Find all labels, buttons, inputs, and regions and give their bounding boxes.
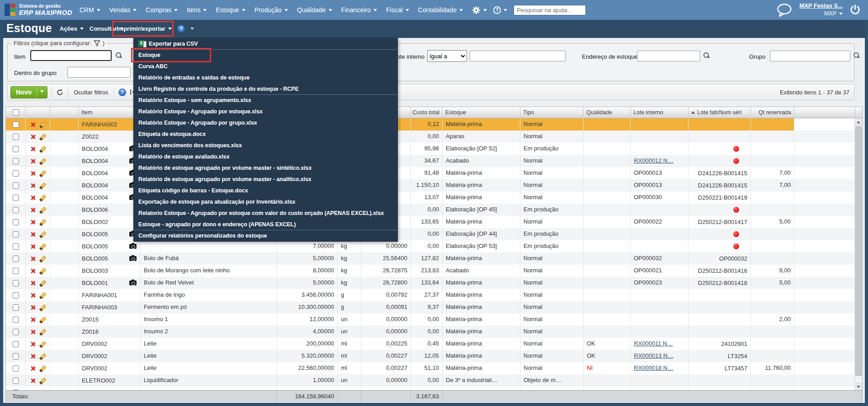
row-checkbox[interactable]	[13, 292, 19, 299]
scroll-up-icon[interactable]	[855, 118, 862, 126]
scroll-down-icon[interactable]	[855, 383, 862, 390]
edit-icon[interactable]	[39, 268, 45, 274]
dentro-grupo-filter-input[interactable]	[67, 67, 131, 78]
delete-icon[interactable]	[31, 147, 35, 151]
menu-item[interactable]: Relatório Estoque - Agrupado por grupo.x…	[134, 117, 397, 128]
lote-interno-filter-input[interactable]	[470, 51, 566, 61]
menu-item[interactable]: Configurar relatórios personalizados do …	[134, 230, 397, 241]
nav-menu-compras[interactable]: Compras	[146, 6, 178, 14]
edit-icon[interactable]	[39, 182, 45, 189]
edit-icon[interactable]	[39, 158, 45, 164]
help-search-input[interactable]	[514, 5, 586, 15]
edit-icon[interactable]	[39, 304, 45, 311]
nav-menu-estoque[interactable]: Estoque	[216, 6, 245, 14]
table-row[interactable]: Z0016Insumo 24,00000un0,000000,00Matéria…	[6, 326, 855, 338]
menu-item[interactable]: Curva ABC	[134, 61, 397, 72]
menu-item[interactable]: Exportar para CSV	[134, 38, 397, 49]
edit-icon[interactable]	[39, 256, 45, 262]
grupo-filter-input[interactable]	[770, 51, 850, 61]
delete-icon[interactable]	[31, 159, 35, 163]
column-header-item[interactable]: Item	[79, 107, 141, 118]
delete-icon[interactable]	[31, 232, 35, 236]
column-header-qual[interactable]: Qualidade	[584, 107, 631, 118]
edit-icon[interactable]	[39, 134, 45, 140]
column-header-tipo[interactable]: Tipo	[520, 107, 584, 118]
row-checkbox[interactable]	[13, 365, 19, 372]
endereco-filter-input[interactable]	[637, 51, 700, 61]
nav-menu-crm[interactable]: CRM	[80, 6, 100, 14]
delete-icon[interactable]	[31, 378, 35, 383]
chat-bubble-icon[interactable]	[776, 3, 793, 17]
menu-item[interactable]: Relatório de entradas e saídas de estoqu…	[134, 72, 397, 83]
edit-icon[interactable]	[39, 207, 45, 213]
table-row[interactable]: BOLO003Bolo de Morango com leite ninho8,…	[6, 265, 855, 277]
row-checkbox[interactable]	[13, 158, 19, 164]
lote-interno-value[interactable]: RX000012 N…	[634, 157, 673, 164]
column-header-ct[interactable]: Custo total	[411, 107, 443, 118]
search-icon[interactable]	[703, 52, 710, 59]
delete-icon[interactable]	[31, 330, 35, 334]
table-row[interactable]: Z0015Insumo 112,00000un0,000000,00Matéri…	[6, 313, 855, 326]
novo-button[interactable]: Novo	[10, 86, 47, 98]
delete-icon[interactable]	[31, 281, 35, 285]
menu-acoes[interactable]: Ações	[60, 25, 84, 32]
edit-icon[interactable]	[39, 146, 45, 152]
row-checkbox[interactable]	[13, 243, 19, 250]
edit-icon[interactable]	[39, 195, 45, 201]
row-checkbox[interactable]	[13, 146, 19, 152]
delete-icon[interactable]	[31, 269, 35, 273]
edit-icon[interactable]	[39, 353, 45, 359]
ocultar-filtros-button[interactable]: Ocultar filtros	[72, 89, 110, 96]
delete-icon[interactable]	[31, 317, 35, 322]
edit-icon[interactable]	[39, 280, 45, 286]
delete-icon[interactable]	[31, 208, 35, 212]
search-icon[interactable]	[853, 52, 860, 59]
chevron-down-icon[interactable]	[190, 28, 194, 32]
menu-item[interactable]: Relatório Estoque - sem agrupamento.xlsx	[134, 94, 397, 106]
table-row[interactable]: ELETRO002Liquidificador1,00000un0,000000…	[6, 374, 855, 387]
edit-icon[interactable]	[39, 365, 45, 372]
row-checkbox[interactable]	[13, 280, 19, 286]
row-checkbox[interactable]	[13, 219, 19, 225]
lote-interno-value[interactable]: RX000018 N…	[634, 364, 673, 371]
row-checkbox[interactable]	[13, 304, 19, 311]
table-row[interactable]: BOLO005Bolo de Fubá5,00000kg25,56400127,…	[6, 252, 855, 265]
column-header-lote_fab[interactable]: Lote fab/Num séri	[689, 107, 751, 118]
delete-icon[interactable]	[31, 354, 35, 358]
row-checkbox[interactable]	[13, 231, 19, 238]
menu-item[interactable]: Lista do vencimento dos estoques.xlsx	[134, 140, 397, 151]
column-header-qt_res[interactable]: Qt reservada	[751, 107, 794, 118]
delete-icon[interactable]	[31, 342, 35, 346]
nav-menu-produo[interactable]: Produção	[255, 6, 288, 14]
table-row[interactable]: DRV0002Leite200,00000ml0,002250,45Matéri…	[6, 338, 855, 350]
table-row[interactable]: FARINHA001Farinha de trigo3.456,00000g0,…	[6, 289, 855, 301]
column-header-estoque[interactable]: Estoque	[443, 107, 520, 118]
delete-icon[interactable]	[31, 135, 35, 139]
edit-icon[interactable]	[39, 121, 45, 128]
row-checkbox[interactable]	[13, 256, 19, 262]
menu-item[interactable]: Relatório de estoque avaliado.xlsx	[134, 151, 397, 162]
delete-icon[interactable]	[31, 366, 35, 370]
row-checkbox[interactable]	[13, 134, 19, 140]
app-logo[interactable]: Sistema de gestão ERP MAXIPROD	[5, 4, 72, 16]
column-header-filler[interactable]	[794, 107, 855, 118]
filters-legend[interactable]: Filtros (clique para configurar: )	[11, 40, 107, 47]
menu-item[interactable]: Exportação de estoque para atualização p…	[134, 196, 397, 207]
photo-icon[interactable]	[129, 256, 137, 261]
table-row[interactable]: DRV0002Leite22.560,00000ml0,0022751,10Ma…	[6, 362, 855, 374]
row-checkbox[interactable]	[13, 353, 19, 359]
nav-menu-financeiro[interactable]: Financeiro	[341, 6, 377, 14]
nav-menu-qualidade[interactable]: Qualidade	[297, 6, 332, 14]
search-icon[interactable]	[115, 52, 122, 59]
menu-item[interactable]: Etiqueta código de barras - Estoque.docx	[134, 185, 397, 196]
account-switcher[interactable]: MXP	[824, 10, 843, 17]
table-row[interactable]: BOLO001Bolo de Red Velvet5,00000kg26,728…	[6, 277, 855, 289]
menu-item[interactable]: Estoque	[134, 49, 397, 61]
nav-menu-vendas[interactable]: Vendas	[109, 6, 137, 14]
lote-interno-value[interactable]: RX000011 N…	[634, 340, 673, 347]
refresh-icon[interactable]	[56, 89, 64, 96]
row-checkbox[interactable]	[13, 121, 19, 128]
nav-menu-itens[interactable]: Itens	[187, 6, 207, 14]
menu-item[interactable]: Relatório de estoque agrupado por volume…	[134, 162, 397, 173]
select-all-checkbox[interactable]	[13, 109, 19, 116]
